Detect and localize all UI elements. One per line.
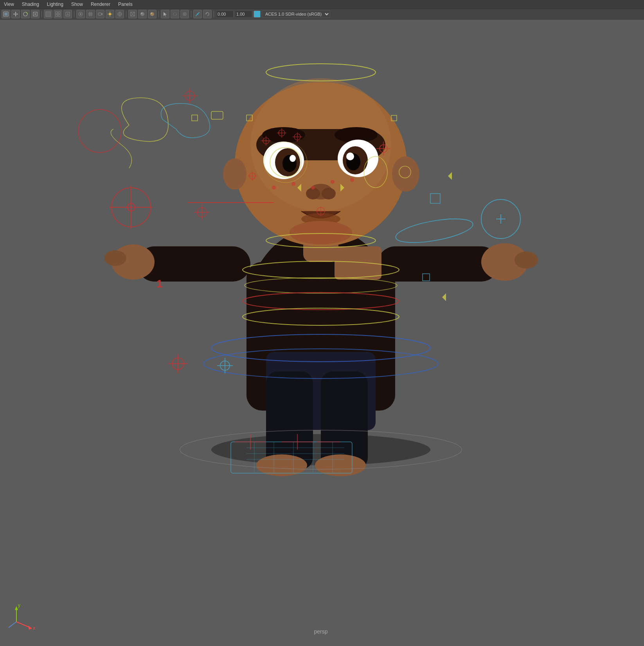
svg-point-85 [290, 221, 352, 244]
svg-point-80 [346, 153, 354, 160]
svg-point-111 [331, 180, 335, 184]
svg-rect-13 [56, 14, 58, 16]
menu-view[interactable]: View [2, 1, 16, 8]
menu-renderer[interactable]: Renderer [89, 1, 112, 8]
separator-6 [214, 11, 214, 18]
colorspace-dropdown[interactable]: ACES 1.0 SDR-video (sRGB) [262, 10, 330, 18]
render-settings-btn[interactable] [115, 10, 124, 18]
svg-rect-12 [58, 12, 60, 14]
separator-2 [74, 11, 74, 18]
svg-point-18 [80, 13, 81, 15]
menu-panels[interactable]: Panels [117, 1, 134, 8]
svg-point-83 [322, 188, 336, 199]
svg-marker-43 [164, 12, 167, 16]
svg-point-112 [350, 178, 354, 182]
svg-marker-2 [15, 12, 16, 13]
svg-rect-14 [58, 14, 60, 16]
svg-point-39 [140, 12, 144, 16]
svg-point-110 [311, 186, 315, 190]
toolbar: ACES 1.0 SDR-video (sRGB) [0, 9, 644, 20]
refresh-btn[interactable] [203, 10, 212, 18]
layout-single-btn[interactable] [44, 10, 52, 18]
exposure-input[interactable] [216, 10, 234, 18]
svg-point-58 [514, 251, 538, 269]
gamma-input[interactable] [235, 10, 252, 18]
svg-marker-3 [15, 15, 16, 16]
svg-rect-11 [56, 12, 58, 14]
svg-rect-23 [98, 13, 101, 15]
layout-quad-btn[interactable] [54, 10, 62, 18]
svg-point-25 [109, 13, 111, 15]
svg-rect-56 [378, 246, 499, 282]
svg-rect-10 [46, 12, 50, 16]
lasso-btn[interactable] [171, 10, 179, 18]
svg-rect-8 [34, 13, 36, 15]
origin-btn[interactable] [193, 10, 202, 18]
viewport[interactable]: 1 [0, 20, 644, 646]
svg-marker-5 [17, 14, 18, 15]
light-btn[interactable] [106, 10, 114, 18]
svg-rect-61 [266, 371, 313, 469]
snap-btn[interactable] [76, 10, 85, 18]
textured-btn[interactable] [148, 10, 157, 18]
move-tool-btn[interactable] [11, 10, 20, 18]
svg-point-76 [290, 155, 296, 162]
separator-3 [126, 11, 126, 18]
svg-point-47 [197, 13, 198, 15]
svg-point-71 [262, 127, 305, 143]
menu-lighting[interactable]: Lighting [45, 1, 65, 8]
svg-text:x: x [33, 625, 35, 631]
svg-point-41 [150, 12, 154, 16]
separator-5 [191, 11, 191, 18]
paint-btn[interactable] [180, 10, 189, 18]
scale-tool-btn[interactable] [31, 10, 40, 18]
svg-point-68 [223, 158, 246, 190]
svg-point-67 [392, 156, 419, 192]
select-tool-btn[interactable] [2, 10, 10, 18]
wireframe-btn[interactable] [128, 10, 137, 18]
rotate-tool-btn[interactable] [21, 10, 30, 18]
svg-text:y: y [18, 603, 20, 608]
svg-rect-59 [335, 246, 381, 280]
svg-point-31 [119, 13, 121, 15]
shaded-btn[interactable] [138, 10, 147, 18]
svg-marker-16 [67, 13, 69, 15]
svg-text:1: 1 [157, 278, 163, 290]
pointer-btn[interactable] [161, 10, 169, 18]
svg-rect-1 [4, 13, 7, 16]
camera-btn[interactable] [96, 10, 104, 18]
menu-show[interactable]: Show [70, 1, 85, 8]
svg-marker-4 [13, 14, 14, 15]
svg-point-109 [291, 182, 295, 186]
separator-4 [158, 11, 159, 18]
menu-shading[interactable]: Shading [20, 1, 41, 8]
svg-point-45 [184, 14, 185, 15]
frame-all-btn[interactable] [63, 10, 72, 18]
svg-point-55 [104, 250, 126, 266]
separator-1 [41, 11, 42, 18]
menubar: View Shading Lighting Show Renderer Pane… [0, 0, 644, 9]
svg-text:persp: persp [314, 628, 327, 635]
svg-point-108 [272, 186, 276, 190]
svg-point-40 [141, 13, 142, 14]
svg-point-42 [151, 13, 152, 14]
grid-btn[interactable] [86, 10, 95, 18]
color-swatch[interactable] [254, 11, 261, 18]
